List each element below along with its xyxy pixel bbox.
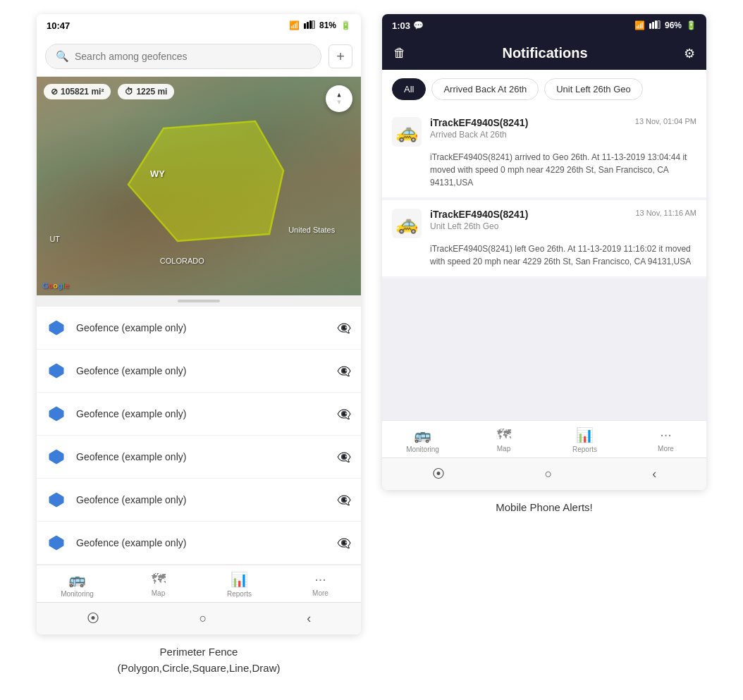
vehicle-name-2: iTrackEF4940S(8241) [430, 209, 528, 220]
right-status-bar: 1:03 💬 📶 96% 🔋 [382, 14, 706, 37]
map-label-colorado: COLORADO [160, 257, 204, 265]
svg-rect-11 [649, 23, 651, 29]
geofence-list: Geofence (example only) 👁‍🗨 Geofence (ex… [37, 307, 361, 565]
left-phone-screen: 10:47 📶 81% 🔋 🔍 + [37, 14, 361, 634]
android-back-btn[interactable]: ‹ [307, 611, 311, 626]
android-home-btn-right[interactable]: ○ [545, 467, 553, 481]
right-phone-screen: 1:03 💬 📶 96% 🔋 🗑 Notifications ⚙ [382, 14, 706, 490]
geofence-item[interactable]: Geofence (example only) 👁‍🗨 [37, 522, 361, 565]
geofence-polygon [107, 114, 290, 258]
geofence-name-1: Geofence (example only) [76, 322, 327, 333]
nav-more[interactable]: ··· More [280, 571, 361, 598]
notification-card-2[interactable]: 🚕 iTrackEF4940S(8241) 13 Nov, 11:16 AM U… [382, 200, 706, 276]
filter-tab-left[interactable]: Unit Left 26th Geo [544, 78, 643, 100]
search-bar: 🔍 + [37, 37, 361, 77]
settings-icon[interactable]: ⚙ [684, 46, 695, 61]
geofence-item[interactable]: Geofence (example only) 👁‍🗨 [37, 436, 361, 479]
right-caption: Mobile Phone Alerts! [496, 500, 593, 516]
svg-rect-2 [309, 20, 312, 29]
empty-area [382, 279, 706, 420]
notif-time-1: 13 Nov, 01:04 PM [635, 117, 696, 125]
svg-marker-5 [49, 321, 63, 335]
monitoring-icon: 🚌 [68, 571, 86, 588]
map-label-right: Map [497, 445, 510, 453]
add-button[interactable]: + [328, 44, 352, 68]
svg-rect-3 [312, 20, 314, 29]
svg-rect-13 [655, 20, 657, 29]
left-caption: Perimeter Fence (Polygon,Circle,Square,L… [118, 644, 281, 676]
map-icon-right: 🗺 [497, 426, 511, 443]
delete-icon[interactable]: 🗑 [393, 46, 406, 61]
geofence-item[interactable]: Geofence (example only) 👁‍🗨 [37, 350, 361, 393]
visibility-icon-5[interactable]: 👁‍🗨 [337, 493, 351, 507]
notif-time-2: 13 Nov, 11:16 AM [635, 209, 696, 217]
distance-stat: ⏱ 1225 mi [118, 84, 174, 99]
left-status-bar: 10:47 📶 81% 🔋 [37, 14, 361, 37]
more-icon: ··· [314, 571, 326, 587]
search-input-wrap[interactable]: 🔍 [45, 44, 321, 69]
geofence-icon-1 [47, 318, 66, 338]
geofence-icon-4 [47, 447, 66, 467]
svg-rect-12 [652, 22, 654, 29]
map-label-wy: WY [150, 168, 165, 179]
geofence-name-3: Geofence (example only) [76, 408, 327, 419]
android-home-btn[interactable]: ○ [199, 611, 207, 626]
reports-label: Reports [227, 590, 252, 598]
geofence-item[interactable]: Geofence (example only) 👁‍🗨 [37, 479, 361, 522]
compass-button[interactable] [326, 85, 352, 112]
notif-title-row-2: iTrackEF4940S(8241) 13 Nov, 11:16 AM [430, 209, 696, 220]
android-back-btn-right[interactable]: ‹ [652, 467, 656, 481]
nav-more-right[interactable]: ··· More [625, 426, 706, 453]
android-recent-btn-right[interactable]: ⦿ [432, 467, 445, 481]
visibility-icon-4[interactable]: 👁‍🗨 [337, 450, 351, 464]
car-avatar-1: 🚕 [392, 117, 422, 147]
android-recent-btn[interactable]: ⦿ [87, 611, 99, 626]
geofence-icon-2 [47, 361, 66, 381]
reports-label-right: Reports [572, 446, 597, 453]
map-label: Map [152, 589, 165, 597]
scroll-bar [178, 300, 220, 302]
nav-map-right[interactable]: 🗺 Map [463, 426, 544, 453]
map-icon: 🗺 [152, 571, 166, 587]
visibility-icon-2[interactable]: 👁‍🗨 [337, 364, 351, 378]
nav-reports[interactable]: 📊 Reports [199, 571, 280, 598]
more-icon-right: ··· [660, 426, 672, 443]
map-label-ut: UT [49, 235, 60, 243]
notif-card-2-info: iTrackEF4940S(8241) 13 Nov, 11:16 AM Uni… [430, 209, 696, 231]
map-stats: ⊘ 105821 mi² ⏱ 1225 mi [44, 84, 174, 99]
svg-marker-8 [49, 450, 63, 464]
search-input[interactable] [75, 51, 311, 62]
map-label-us: United States [288, 226, 335, 234]
notif-title-row-1: iTrackEF4940S(8241) 13 Nov, 01:04 PM [430, 117, 696, 128]
bottom-nav-left: 🚌 Monitoring 🗺 Map 📊 Reports ··· More [37, 565, 361, 602]
map-area[interactable]: ⊘ 105821 mi² ⏱ 1225 mi WY United [37, 77, 361, 295]
left-status-time: 10:47 [47, 20, 70, 31]
svg-rect-0 [304, 23, 306, 29]
bottom-nav-right: 🚌 Monitoring 🗺 Map 📊 Reports ··· More [382, 420, 706, 458]
notif-desc-2: iTrackEF4940S(8241) left Geo 26th. At 11… [392, 242, 696, 268]
nav-map[interactable]: 🗺 Map [118, 571, 199, 598]
visibility-icon-1[interactable]: 👁‍🗨 [337, 321, 351, 335]
svg-marker-7 [49, 407, 63, 421]
notif-card-2-header: 🚕 iTrackEF4940S(8241) 13 Nov, 11:16 AM U… [392, 209, 696, 238]
more-label: More [312, 589, 328, 597]
visibility-icon-3[interactable]: 👁‍🗨 [337, 407, 351, 421]
notification-card-1[interactable]: 🚕 iTrackEF4940S(8241) 13 Nov, 01:04 PM A… [382, 109, 706, 197]
geofence-item[interactable]: Geofence (example only) 👁‍🗨 [37, 307, 361, 350]
nav-reports-right[interactable]: 📊 Reports [544, 426, 625, 453]
geofence-item[interactable]: Geofence (example only) 👁‍🗨 [37, 393, 361, 436]
filter-tab-arrived[interactable]: Arrived Back At 26th [431, 78, 539, 100]
svg-marker-4 [128, 121, 283, 241]
event-type-2: Unit Left 26th Geo [430, 221, 696, 231]
more-label-right: More [658, 445, 674, 453]
area-stat: ⊘ 105821 mi² [44, 84, 111, 99]
nav-monitoring-right[interactable]: 🚌 Monitoring [382, 426, 463, 453]
notif-card-1-info: iTrackEF4940S(8241) 13 Nov, 01:04 PM Arr… [430, 117, 696, 140]
notif-desc-1: iTrackEF4940S(8241) arrived to Geo 26th.… [392, 151, 696, 189]
notifications-title: Notifications [416, 45, 674, 61]
geofence-icon-3 [47, 404, 66, 424]
android-nav-right: ⦿ ○ ‹ [382, 458, 706, 490]
filter-tab-all[interactable]: All [392, 78, 426, 100]
nav-monitoring[interactable]: 🚌 Monitoring [37, 571, 118, 598]
visibility-icon-6[interactable]: 👁‍🗨 [337, 536, 351, 550]
